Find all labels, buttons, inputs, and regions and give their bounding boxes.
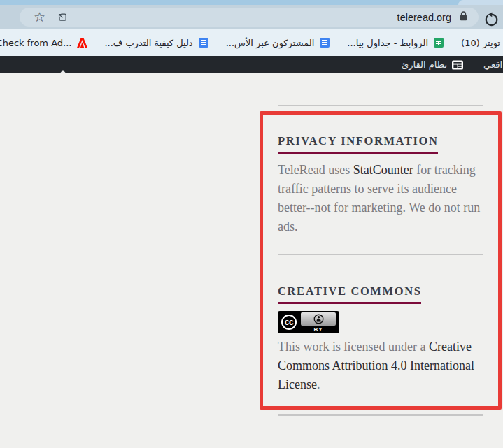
widget-divider	[278, 254, 483, 255]
bookmark-label: الروابط - جداول بيا...	[347, 38, 428, 48]
admin-site-menu[interactable]: نظام القارئ	[402, 59, 463, 71]
active-tab-edge[interactable]	[458, 0, 503, 5]
privacy-section-title: PRIVACY INFORMATION	[278, 134, 438, 154]
cc-attribution-person-icon	[301, 312, 336, 326]
privacy-section-text: TeleRead uses StatCounter for tracking t…	[278, 161, 485, 236]
widget-divider	[278, 414, 483, 416]
bookmark-training-guide[interactable]: دليل كيفية التدرب ف...	[104, 37, 208, 48]
url-text[interactable]: teleread.org	[397, 12, 451, 23]
bookmarks-bar: تويتر (10) الروابط - جداول بيا... المشتر…	[0, 29, 503, 56]
bookmark-mic-check[interactable]: Mic Check from Ad...	[0, 37, 87, 48]
collapse-top-icon[interactable]	[56, 59, 70, 70]
page-content: PRIVACY INFORMATION TeleRead uses StatCo…	[0, 73, 503, 448]
bookmark-label: تويتر (10)	[461, 38, 500, 48]
bookmark-star-icon[interactable]: ☆	[34, 10, 45, 24]
browser-window: ☆ teleread.org تويتر (10) الروابط - جداو…	[0, 0, 503, 448]
google-docs-icon	[319, 37, 330, 48]
admin-bar: اقعي نظام القارئ	[0, 56, 503, 73]
reload-icon[interactable]	[483, 12, 500, 29]
address-bar[interactable]: ☆ teleread.org	[20, 8, 479, 27]
privacy-text-before: TeleRead uses	[278, 163, 353, 177]
cc-text-after: .	[317, 377, 320, 391]
cc-text-before: This work is licensed under a	[278, 340, 429, 354]
cc-section-title: CREATIVE COMMONS	[278, 284, 421, 304]
browser-toolbar: ☆ teleread.org	[0, 5, 503, 29]
bookmark-label: دليل كيفية التدرب ف...	[104, 38, 192, 48]
cc-by-label: BY	[313, 326, 323, 333]
bookmark-label: المشتركون عبر الأس...	[226, 38, 315, 48]
admin-bar-right-group: اقعي نظام القارئ	[402, 56, 503, 73]
admin-item-cut[interactable]: اقعي	[483, 59, 503, 70]
bookmark-sheets-links[interactable]: الروابط - جداول بيا...	[347, 37, 444, 48]
widget-divider	[278, 105, 483, 106]
cc-by-badge[interactable]: cc BY	[278, 311, 339, 333]
bookmark-label: Mic Check from Ad...	[0, 38, 71, 48]
send-to-device-icon[interactable]	[57, 12, 68, 23]
google-sheets-icon	[433, 37, 444, 48]
content-sidebar-divider	[248, 73, 248, 448]
admin-site-name: نظام القارئ	[402, 59, 447, 70]
bookmark-twitter[interactable]: تويتر (10)	[461, 38, 500, 48]
reader-site-icon	[452, 59, 463, 71]
google-docs-icon	[198, 37, 209, 48]
bookmark-subscribers-doc[interactable]: المشتركون عبر الأس...	[226, 37, 331, 48]
adobe-icon	[76, 37, 87, 48]
cc-logo-icon: cc	[281, 315, 297, 330]
lock-icon[interactable]	[459, 10, 468, 24]
tab-strip	[0, 0, 503, 5]
statcounter-link[interactable]: StatCounter	[353, 163, 413, 177]
cc-section-text: This work is licensed under a Creative C…	[278, 338, 485, 394]
sidebar: PRIVACY INFORMATION TeleRead uses StatCo…	[278, 73, 485, 448]
